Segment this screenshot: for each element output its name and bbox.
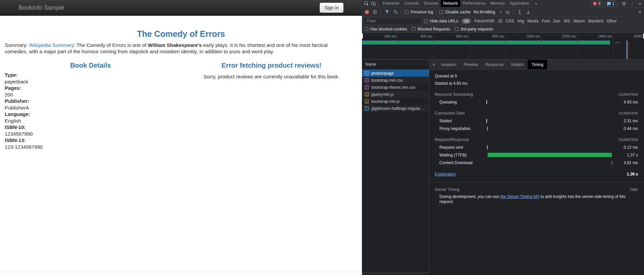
divider bbox=[401, 10, 402, 15]
navbar: BookInfo Sample Sign in bbox=[0, 0, 362, 16]
devtools-tab-strip: ElementsConsoleSourcesNetworkPerformance… bbox=[380, 0, 532, 7]
error-icon: × bbox=[593, 2, 597, 5]
reviews-error-heading: Error fetching product reviews! bbox=[181, 62, 362, 69]
server-timing-api-link[interactable]: the Server Timing API bbox=[500, 194, 539, 199]
issues-count: 1 bbox=[612, 1, 614, 6]
tab-application[interactable]: Application bbox=[507, 0, 532, 7]
checkbox-label: 3rd-party requests bbox=[461, 27, 493, 31]
network-overview-timeline[interactable]: 200 ms400 ms600 ms800 ms1000 ms1200 ms14… bbox=[362, 33, 644, 60]
request-name: bootstrap.min.js bbox=[371, 99, 400, 104]
divider bbox=[378, 1, 378, 6]
filter-chip-doc[interactable]: Doc bbox=[553, 19, 560, 23]
close-detail-icon[interactable]: × bbox=[430, 62, 437, 67]
checkbox-icon[interactable] bbox=[424, 19, 428, 23]
network-request-row[interactable]: glyphicons-halflings-regular.… bbox=[362, 105, 429, 112]
filter-chip-font[interactable]: Font bbox=[542, 19, 550, 23]
network-conditions-icon[interactable] bbox=[504, 9, 510, 15]
book-field-label: Pages: bbox=[5, 85, 181, 91]
filter-chip-all[interactable]: All bbox=[462, 18, 471, 24]
timing-section-title: Request/Response bbox=[435, 137, 469, 142]
reviews-column: Error fetching product reviews! Sorry, p… bbox=[181, 62, 362, 150]
network-request-row[interactable]: jquery.min.js bbox=[362, 91, 429, 98]
checkbox-icon[interactable] bbox=[405, 10, 409, 14]
devtools-panel: ElementsConsoleSourcesNetworkPerformance… bbox=[362, 0, 644, 275]
search-icon[interactable] bbox=[393, 9, 398, 15]
export-har-icon[interactable] bbox=[525, 9, 531, 15]
divider bbox=[619, 1, 619, 6]
book-field-label: ISBN-13: bbox=[5, 137, 181, 144]
disable-cache-label: Disable cache bbox=[445, 10, 470, 14]
detail-tab-preview[interactable]: Preview bbox=[460, 60, 482, 69]
tab-network[interactable]: Network bbox=[441, 0, 460, 7]
device-toolbar-icon[interactable] bbox=[371, 1, 376, 6]
filter-chip-fetch-xhr[interactable]: Fetch/XHR bbox=[475, 19, 494, 23]
explanation-link[interactable]: Explanation bbox=[435, 172, 456, 177]
clear-network-log-icon[interactable] bbox=[372, 9, 378, 15]
book-field-value: 1234567890 bbox=[5, 131, 181, 137]
more-tabs-chevron[interactable]: » bbox=[533, 1, 539, 6]
timing-phase-label: Waiting (TTFB) bbox=[435, 153, 467, 157]
tab-performance[interactable]: Performance bbox=[460, 0, 488, 7]
record-network-log-icon[interactable] bbox=[365, 10, 369, 14]
sign-in-button[interactable]: Sign in bbox=[320, 3, 343, 13]
preserve-log-checkbox[interactable]: Preserve log bbox=[405, 10, 433, 14]
filter-chip-other[interactable]: Other bbox=[607, 19, 617, 23]
network-request-row[interactable]: bootstrap.min.css bbox=[362, 77, 429, 84]
3rd-party-requests-checkbox[interactable]: 3rd-party requests bbox=[455, 27, 493, 31]
divider bbox=[381, 10, 381, 15]
tab-elements[interactable]: Elements bbox=[380, 0, 402, 7]
checkbox-icon[interactable] bbox=[439, 10, 443, 14]
timing-total: 1.39 s bbox=[627, 172, 638, 177]
network-request-row[interactable]: productpage bbox=[362, 70, 429, 77]
issues-count-badge[interactable]: 1 bbox=[605, 1, 617, 7]
checkbox-icon[interactable] bbox=[365, 27, 368, 31]
close-devtools-icon[interactable]: × bbox=[638, 1, 642, 6]
filter-chip-wasm[interactable]: Wasm bbox=[574, 19, 585, 23]
queued-at: Queued at 0 bbox=[435, 72, 638, 80]
panel-settings-gear-icon[interactable] bbox=[638, 9, 644, 15]
tab-sources[interactable]: Sources bbox=[421, 0, 441, 7]
request-list-pane: Name productpagebootstrap.min.cssbootstr… bbox=[362, 60, 429, 275]
filter-chip-ws[interactable]: WS bbox=[564, 19, 570, 23]
timing-row: Request sent0.12 ms bbox=[435, 143, 638, 151]
more-options-kebab-icon[interactable]: ⋮ bbox=[629, 1, 636, 6]
timing-phase-label: Content Download bbox=[435, 160, 473, 165]
filter-chip-css[interactable]: CSS bbox=[506, 19, 514, 23]
dom-content-loaded-line bbox=[626, 41, 627, 59]
book-field-label: ISBN-10: bbox=[5, 124, 181, 131]
tab-memory[interactable]: Memory bbox=[488, 0, 507, 7]
filter-chip-img[interactable]: Img bbox=[517, 19, 524, 23]
request-table-name-header[interactable]: Name bbox=[362, 60, 429, 70]
timing-panel: Queued at 0 Started at 4.93 ms Resource … bbox=[429, 70, 644, 275]
timing-tick bbox=[486, 100, 487, 104]
blocked-requests-checkbox[interactable]: Blocked Requests bbox=[412, 27, 450, 31]
filter-input[interactable] bbox=[365, 18, 420, 24]
hide-data-urls-checkbox[interactable]: Hide data URLs bbox=[424, 19, 458, 23]
chevron-down-icon: ▾ bbox=[500, 10, 501, 14]
filter-chip-manifest[interactable]: Manifest bbox=[588, 19, 603, 23]
checkbox-icon[interactable] bbox=[412, 27, 416, 31]
filter-funnel-icon[interactable] bbox=[384, 9, 390, 15]
has-blocked-cookies-checkbox[interactable]: Has blocked cookies bbox=[365, 27, 407, 31]
network-request-row[interactable]: bootstrap-theme.min.css bbox=[362, 84, 429, 91]
detail-tab-response[interactable]: Response bbox=[482, 60, 507, 69]
book-summary: Summary: Wikipedia Summary: The Comedy o… bbox=[0, 42, 356, 55]
checkbox-icon[interactable] bbox=[455, 27, 459, 31]
inspect-element-icon[interactable] bbox=[364, 1, 369, 6]
detail-tab-timing[interactable]: Timing bbox=[528, 60, 547, 69]
import-har-icon[interactable] bbox=[517, 9, 522, 15]
disable-cache-checkbox[interactable]: Disable cache bbox=[439, 10, 470, 14]
book-field-label: Language: bbox=[5, 111, 181, 118]
timing-row: Content Download4.81 ms bbox=[435, 159, 638, 166]
tab-console[interactable]: Console bbox=[402, 0, 421, 7]
throttling-dropdown[interactable]: No throttling ▾ bbox=[474, 10, 502, 14]
detail-tab-initiator[interactable]: Initiator bbox=[507, 60, 528, 69]
wikipedia-summary-link[interactable]: Wikipedia Summary bbox=[29, 42, 74, 48]
filter-chip-js[interactable]: JS bbox=[498, 19, 502, 23]
load-event-line bbox=[627, 41, 628, 59]
settings-gear-icon[interactable] bbox=[621, 1, 627, 6]
error-count-badge[interactable]: × 3 bbox=[591, 1, 603, 7]
filter-chip-media[interactable]: Media bbox=[527, 19, 538, 23]
network-request-row[interactable]: bootstrap.min.js bbox=[362, 98, 429, 105]
detail-tab-headers[interactable]: Headers bbox=[437, 60, 460, 69]
